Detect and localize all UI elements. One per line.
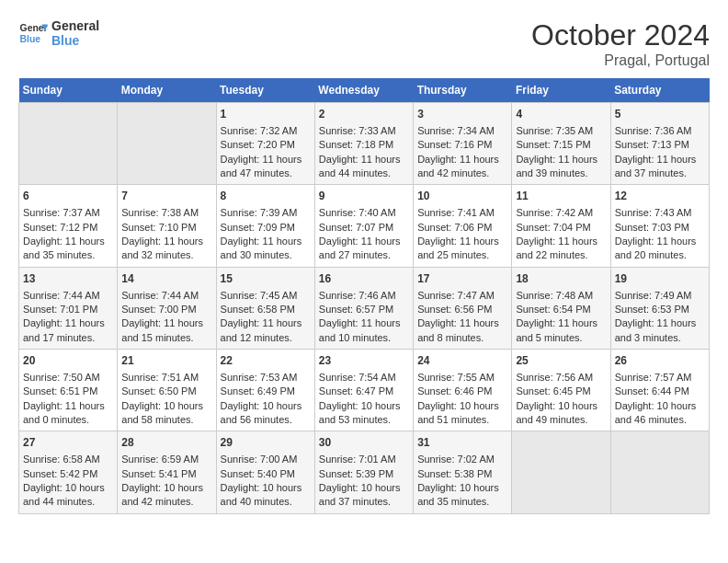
weekday-header-friday: Friday bbox=[512, 78, 610, 103]
daylight-hours: Daylight: 11 hours and 42 minutes. bbox=[417, 153, 507, 181]
sunset-time: Sunset: 6:49 PM bbox=[221, 385, 311, 398]
daylight-hours: Daylight: 11 hours and 20 minutes. bbox=[615, 235, 705, 263]
day-number: 9 bbox=[319, 189, 409, 204]
day-number: 24 bbox=[417, 353, 507, 369]
sunrise-time: Sunrise: 7:43 AM bbox=[615, 206, 705, 220]
calendar-cell: 20Sunrise: 7:50 AMSunset: 6:51 PMDayligh… bbox=[19, 350, 118, 431]
day-number: 30 bbox=[319, 435, 409, 451]
daylight-hours: Daylight: 11 hours and 37 minutes. bbox=[615, 153, 705, 181]
calendar-cell: 22Sunrise: 7:53 AMSunset: 6:49 PMDayligh… bbox=[216, 350, 314, 431]
calendar-cell: 10Sunrise: 7:41 AMSunset: 7:06 PMDayligh… bbox=[414, 185, 512, 267]
sunset-time: Sunset: 7:20 PM bbox=[221, 138, 311, 152]
calendar-cell: 23Sunrise: 7:54 AMSunset: 6:47 PMDayligh… bbox=[314, 350, 413, 431]
daylight-hours: Daylight: 11 hours and 0 minutes. bbox=[23, 399, 113, 428]
daylight-hours: Daylight: 10 hours and 42 minutes. bbox=[121, 481, 211, 510]
sunset-time: Sunset: 7:13 PM bbox=[615, 138, 705, 152]
sunset-time: Sunset: 6:50 PM bbox=[121, 385, 211, 398]
day-number: 22 bbox=[221, 353, 311, 369]
day-number: 13 bbox=[23, 271, 113, 287]
day-number: 29 bbox=[221, 435, 311, 451]
sunset-time: Sunset: 5:41 PM bbox=[121, 467, 211, 481]
sunset-time: Sunset: 7:04 PM bbox=[516, 221, 606, 235]
sunrise-time: Sunrise: 7:38 AM bbox=[121, 206, 211, 220]
calendar-cell bbox=[610, 431, 709, 513]
sunset-time: Sunset: 6:58 PM bbox=[221, 303, 311, 316]
sunset-time: Sunset: 7:09 PM bbox=[221, 221, 311, 235]
sunrise-time: Sunrise: 7:55 AM bbox=[417, 371, 507, 385]
day-number: 2 bbox=[319, 107, 409, 122]
calendar-cell: 24Sunrise: 7:55 AMSunset: 6:46 PMDayligh… bbox=[414, 350, 512, 431]
calendar-cell: 9Sunrise: 7:40 AMSunset: 7:07 PMDaylight… bbox=[314, 185, 413, 267]
calendar-cell bbox=[118, 103, 216, 185]
sunrise-time: Sunrise: 7:51 AM bbox=[121, 371, 211, 385]
day-number: 20 bbox=[23, 353, 113, 369]
sunset-time: Sunset: 6:53 PM bbox=[615, 303, 705, 316]
daylight-hours: Daylight: 11 hours and 47 minutes. bbox=[221, 153, 311, 181]
sunset-time: Sunset: 6:44 PM bbox=[615, 385, 705, 398]
calendar-week-5: 27Sunrise: 6:58 AMSunset: 5:42 PMDayligh… bbox=[19, 431, 710, 513]
sunset-time: Sunset: 6:47 PM bbox=[319, 385, 409, 398]
calendar-cell: 2Sunrise: 7:33 AMSunset: 7:18 PMDaylight… bbox=[314, 103, 413, 185]
sunrise-time: Sunrise: 7:33 AM bbox=[319, 124, 409, 138]
sunrise-time: Sunrise: 7:47 AM bbox=[417, 289, 507, 303]
sunrise-time: Sunrise: 7:01 AM bbox=[319, 453, 409, 466]
calendar-cell: 15Sunrise: 7:45 AMSunset: 6:58 PMDayligh… bbox=[216, 267, 314, 349]
weekday-header-monday: Monday bbox=[118, 78, 216, 103]
calendar-table: SundayMondayTuesdayWednesdayThursdayFrid… bbox=[18, 78, 710, 514]
calendar-cell: 29Sunrise: 7:00 AMSunset: 5:40 PMDayligh… bbox=[216, 431, 314, 513]
calendar-week-3: 13Sunrise: 7:44 AMSunset: 7:01 PMDayligh… bbox=[19, 267, 710, 349]
day-number: 27 bbox=[23, 435, 113, 451]
sunrise-time: Sunrise: 7:57 AM bbox=[615, 371, 705, 385]
sunset-time: Sunset: 7:06 PM bbox=[417, 221, 507, 235]
calendar-cell: 3Sunrise: 7:34 AMSunset: 7:16 PMDaylight… bbox=[414, 103, 512, 185]
calendar-cell: 28Sunrise: 6:59 AMSunset: 5:41 PMDayligh… bbox=[118, 431, 216, 513]
calendar-cell: 30Sunrise: 7:01 AMSunset: 5:39 PMDayligh… bbox=[314, 431, 413, 513]
sunset-time: Sunset: 5:38 PM bbox=[417, 467, 507, 481]
weekday-header-saturday: Saturday bbox=[610, 78, 709, 103]
calendar-cell: 4Sunrise: 7:35 AMSunset: 7:15 PMDaylight… bbox=[512, 103, 610, 185]
day-number: 1 bbox=[221, 107, 311, 122]
sunrise-time: Sunrise: 7:39 AM bbox=[221, 206, 311, 220]
day-number: 15 bbox=[221, 271, 311, 287]
logo: General Blue General Blue bbox=[18, 18, 99, 48]
daylight-hours: Daylight: 11 hours and 12 minutes. bbox=[221, 316, 311, 345]
calendar-cell: 11Sunrise: 7:42 AMSunset: 7:04 PMDayligh… bbox=[512, 185, 610, 267]
calendar-cell: 7Sunrise: 7:38 AMSunset: 7:10 PMDaylight… bbox=[118, 185, 216, 267]
daylight-hours: Daylight: 10 hours and 35 minutes. bbox=[417, 481, 507, 510]
daylight-hours: Daylight: 10 hours and 53 minutes. bbox=[319, 399, 409, 428]
sunrise-time: Sunrise: 7:46 AM bbox=[319, 289, 409, 303]
daylight-hours: Daylight: 11 hours and 10 minutes. bbox=[319, 316, 409, 345]
daylight-hours: Daylight: 11 hours and 25 minutes. bbox=[417, 235, 507, 263]
sunset-time: Sunset: 7:00 PM bbox=[121, 303, 211, 316]
weekday-header-row: SundayMondayTuesdayWednesdayThursdayFrid… bbox=[19, 78, 710, 103]
page-subtitle: Pragal, Portugal bbox=[531, 52, 710, 69]
day-number: 17 bbox=[417, 271, 507, 287]
daylight-hours: Daylight: 10 hours and 51 minutes. bbox=[417, 399, 507, 428]
sunrise-time: Sunrise: 7:42 AM bbox=[516, 206, 606, 220]
sunset-time: Sunset: 6:45 PM bbox=[516, 385, 606, 398]
calendar-cell bbox=[19, 103, 118, 185]
daylight-hours: Daylight: 11 hours and 5 minutes. bbox=[516, 316, 606, 345]
calendar-cell: 16Sunrise: 7:46 AMSunset: 6:57 PMDayligh… bbox=[314, 267, 413, 349]
sunrise-time: Sunrise: 7:45 AM bbox=[221, 289, 311, 303]
daylight-hours: Daylight: 11 hours and 32 minutes. bbox=[121, 235, 211, 263]
sunset-time: Sunset: 7:10 PM bbox=[121, 221, 211, 235]
sunset-time: Sunset: 5:39 PM bbox=[319, 467, 409, 481]
sunrise-time: Sunrise: 7:41 AM bbox=[417, 206, 507, 220]
weekday-header-sunday: Sunday bbox=[19, 78, 118, 103]
calendar-cell: 31Sunrise: 7:02 AMSunset: 5:38 PMDayligh… bbox=[414, 431, 512, 513]
sunrise-time: Sunrise: 7:34 AM bbox=[417, 124, 507, 138]
daylight-hours: Daylight: 10 hours and 58 minutes. bbox=[121, 399, 211, 428]
calendar-cell: 19Sunrise: 7:49 AMSunset: 6:53 PMDayligh… bbox=[610, 267, 709, 349]
sunset-time: Sunset: 7:12 PM bbox=[23, 221, 113, 235]
sunset-time: Sunset: 5:40 PM bbox=[221, 467, 311, 481]
day-number: 8 bbox=[221, 189, 311, 204]
daylight-hours: Daylight: 11 hours and 35 minutes. bbox=[23, 235, 113, 263]
day-number: 23 bbox=[319, 353, 409, 369]
daylight-hours: Daylight: 11 hours and 8 minutes. bbox=[417, 316, 507, 345]
sunrise-time: Sunrise: 7:50 AM bbox=[23, 371, 113, 385]
daylight-hours: Daylight: 10 hours and 40 minutes. bbox=[221, 481, 311, 510]
day-number: 26 bbox=[615, 353, 705, 369]
page-title: October 2024 bbox=[531, 18, 710, 52]
calendar-cell: 12Sunrise: 7:43 AMSunset: 7:03 PMDayligh… bbox=[610, 185, 709, 267]
